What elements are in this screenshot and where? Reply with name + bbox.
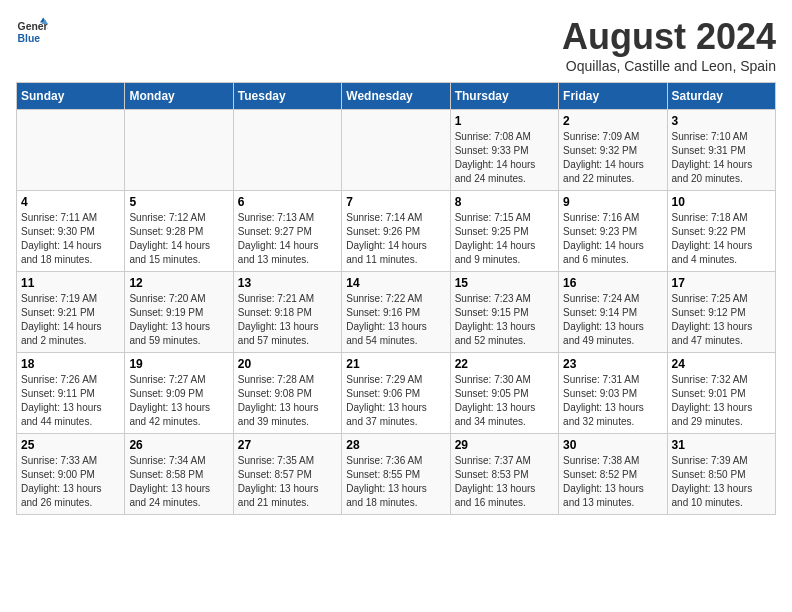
- day-number: 15: [455, 276, 554, 290]
- day-number: 28: [346, 438, 445, 452]
- day-info: Sunrise: 7:22 AMSunset: 9:16 PMDaylight:…: [346, 292, 445, 348]
- day-info: Sunrise: 7:36 AMSunset: 8:55 PMDaylight:…: [346, 454, 445, 510]
- calendar-cell-4-4: 21Sunrise: 7:29 AMSunset: 9:06 PMDayligh…: [342, 353, 450, 434]
- day-info: Sunrise: 7:31 AMSunset: 9:03 PMDaylight:…: [563, 373, 662, 429]
- day-number: 5: [129, 195, 228, 209]
- calendar-cell-3-2: 12Sunrise: 7:20 AMSunset: 9:19 PMDayligh…: [125, 272, 233, 353]
- day-info: Sunrise: 7:29 AMSunset: 9:06 PMDaylight:…: [346, 373, 445, 429]
- day-number: 17: [672, 276, 771, 290]
- calendar-cell-2-5: 8Sunrise: 7:15 AMSunset: 9:25 PMDaylight…: [450, 191, 558, 272]
- calendar-cell-1-1: [17, 110, 125, 191]
- calendar-cell-4-3: 20Sunrise: 7:28 AMSunset: 9:08 PMDayligh…: [233, 353, 341, 434]
- day-number: 22: [455, 357, 554, 371]
- calendar-cell-2-1: 4Sunrise: 7:11 AMSunset: 9:30 PMDaylight…: [17, 191, 125, 272]
- calendar-cell-4-5: 22Sunrise: 7:30 AMSunset: 9:05 PMDayligh…: [450, 353, 558, 434]
- calendar-table: SundayMondayTuesdayWednesdayThursdayFrid…: [16, 82, 776, 515]
- day-number: 20: [238, 357, 337, 371]
- day-info: Sunrise: 7:12 AMSunset: 9:28 PMDaylight:…: [129, 211, 228, 267]
- day-number: 10: [672, 195, 771, 209]
- calendar-cell-4-1: 18Sunrise: 7:26 AMSunset: 9:11 PMDayligh…: [17, 353, 125, 434]
- day-number: 25: [21, 438, 120, 452]
- calendar-cell-2-3: 6Sunrise: 7:13 AMSunset: 9:27 PMDaylight…: [233, 191, 341, 272]
- day-info: Sunrise: 7:30 AMSunset: 9:05 PMDaylight:…: [455, 373, 554, 429]
- calendar-cell-4-6: 23Sunrise: 7:31 AMSunset: 9:03 PMDayligh…: [559, 353, 667, 434]
- day-number: 11: [21, 276, 120, 290]
- calendar-week-2: 4Sunrise: 7:11 AMSunset: 9:30 PMDaylight…: [17, 191, 776, 272]
- calendar-cell-1-4: [342, 110, 450, 191]
- day-number: 9: [563, 195, 662, 209]
- day-number: 31: [672, 438, 771, 452]
- day-info: Sunrise: 7:14 AMSunset: 9:26 PMDaylight:…: [346, 211, 445, 267]
- day-info: Sunrise: 7:34 AMSunset: 8:58 PMDaylight:…: [129, 454, 228, 510]
- day-info: Sunrise: 7:28 AMSunset: 9:08 PMDaylight:…: [238, 373, 337, 429]
- day-info: Sunrise: 7:32 AMSunset: 9:01 PMDaylight:…: [672, 373, 771, 429]
- day-number: 6: [238, 195, 337, 209]
- day-number: 26: [129, 438, 228, 452]
- weekday-header-monday: Monday: [125, 83, 233, 110]
- day-info: Sunrise: 7:21 AMSunset: 9:18 PMDaylight:…: [238, 292, 337, 348]
- day-info: Sunrise: 7:16 AMSunset: 9:23 PMDaylight:…: [563, 211, 662, 267]
- logo: General Blue: [16, 16, 48, 48]
- day-info: Sunrise: 7:11 AMSunset: 9:30 PMDaylight:…: [21, 211, 120, 267]
- day-number: 7: [346, 195, 445, 209]
- day-info: Sunrise: 7:19 AMSunset: 9:21 PMDaylight:…: [21, 292, 120, 348]
- day-number: 4: [21, 195, 120, 209]
- day-info: Sunrise: 7:15 AMSunset: 9:25 PMDaylight:…: [455, 211, 554, 267]
- day-number: 16: [563, 276, 662, 290]
- calendar-cell-2-6: 9Sunrise: 7:16 AMSunset: 9:23 PMDaylight…: [559, 191, 667, 272]
- day-number: 13: [238, 276, 337, 290]
- day-number: 1: [455, 114, 554, 128]
- calendar-cell-5-3: 27Sunrise: 7:35 AMSunset: 8:57 PMDayligh…: [233, 434, 341, 515]
- day-number: 23: [563, 357, 662, 371]
- day-info: Sunrise: 7:10 AMSunset: 9:31 PMDaylight:…: [672, 130, 771, 186]
- calendar-cell-5-6: 30Sunrise: 7:38 AMSunset: 8:52 PMDayligh…: [559, 434, 667, 515]
- calendar-cell-1-5: 1Sunrise: 7:08 AMSunset: 9:33 PMDaylight…: [450, 110, 558, 191]
- weekday-header-row: SundayMondayTuesdayWednesdayThursdayFrid…: [17, 83, 776, 110]
- calendar-cell-5-1: 25Sunrise: 7:33 AMSunset: 9:00 PMDayligh…: [17, 434, 125, 515]
- calendar-cell-3-6: 16Sunrise: 7:24 AMSunset: 9:14 PMDayligh…: [559, 272, 667, 353]
- day-number: 24: [672, 357, 771, 371]
- day-info: Sunrise: 7:13 AMSunset: 9:27 PMDaylight:…: [238, 211, 337, 267]
- weekday-header-sunday: Sunday: [17, 83, 125, 110]
- calendar-header: SundayMondayTuesdayWednesdayThursdayFrid…: [17, 83, 776, 110]
- logo-icon: General Blue: [16, 16, 48, 48]
- day-info: Sunrise: 7:39 AMSunset: 8:50 PMDaylight:…: [672, 454, 771, 510]
- svg-text:Blue: Blue: [18, 33, 41, 44]
- title-block: August 2024 Oquillas, Castille and Leon,…: [562, 16, 776, 74]
- weekday-header-saturday: Saturday: [667, 83, 775, 110]
- calendar-week-4: 18Sunrise: 7:26 AMSunset: 9:11 PMDayligh…: [17, 353, 776, 434]
- day-info: Sunrise: 7:33 AMSunset: 9:00 PMDaylight:…: [21, 454, 120, 510]
- calendar-cell-4-2: 19Sunrise: 7:27 AMSunset: 9:09 PMDayligh…: [125, 353, 233, 434]
- calendar-week-5: 25Sunrise: 7:33 AMSunset: 9:00 PMDayligh…: [17, 434, 776, 515]
- day-info: Sunrise: 7:24 AMSunset: 9:14 PMDaylight:…: [563, 292, 662, 348]
- day-number: 8: [455, 195, 554, 209]
- calendar-cell-3-1: 11Sunrise: 7:19 AMSunset: 9:21 PMDayligh…: [17, 272, 125, 353]
- day-info: Sunrise: 7:09 AMSunset: 9:32 PMDaylight:…: [563, 130, 662, 186]
- calendar-cell-1-2: [125, 110, 233, 191]
- weekday-header-friday: Friday: [559, 83, 667, 110]
- day-number: 27: [238, 438, 337, 452]
- calendar-cell-1-7: 3Sunrise: 7:10 AMSunset: 9:31 PMDaylight…: [667, 110, 775, 191]
- day-number: 12: [129, 276, 228, 290]
- weekday-header-wednesday: Wednesday: [342, 83, 450, 110]
- month-year-title: August 2024: [562, 16, 776, 58]
- day-number: 19: [129, 357, 228, 371]
- calendar-cell-3-5: 15Sunrise: 7:23 AMSunset: 9:15 PMDayligh…: [450, 272, 558, 353]
- calendar-cell-5-4: 28Sunrise: 7:36 AMSunset: 8:55 PMDayligh…: [342, 434, 450, 515]
- day-info: Sunrise: 7:37 AMSunset: 8:53 PMDaylight:…: [455, 454, 554, 510]
- calendar-cell-5-2: 26Sunrise: 7:34 AMSunset: 8:58 PMDayligh…: [125, 434, 233, 515]
- calendar-week-3: 11Sunrise: 7:19 AMSunset: 9:21 PMDayligh…: [17, 272, 776, 353]
- day-number: 2: [563, 114, 662, 128]
- day-info: Sunrise: 7:27 AMSunset: 9:09 PMDaylight:…: [129, 373, 228, 429]
- day-info: Sunrise: 7:38 AMSunset: 8:52 PMDaylight:…: [563, 454, 662, 510]
- calendar-cell-5-5: 29Sunrise: 7:37 AMSunset: 8:53 PMDayligh…: [450, 434, 558, 515]
- calendar-cell-2-7: 10Sunrise: 7:18 AMSunset: 9:22 PMDayligh…: [667, 191, 775, 272]
- weekday-header-thursday: Thursday: [450, 83, 558, 110]
- calendar-week-1: 1Sunrise: 7:08 AMSunset: 9:33 PMDaylight…: [17, 110, 776, 191]
- day-info: Sunrise: 7:18 AMSunset: 9:22 PMDaylight:…: [672, 211, 771, 267]
- calendar-cell-5-7: 31Sunrise: 7:39 AMSunset: 8:50 PMDayligh…: [667, 434, 775, 515]
- day-number: 21: [346, 357, 445, 371]
- calendar-cell-2-4: 7Sunrise: 7:14 AMSunset: 9:26 PMDaylight…: [342, 191, 450, 272]
- day-info: Sunrise: 7:35 AMSunset: 8:57 PMDaylight:…: [238, 454, 337, 510]
- weekday-header-tuesday: Tuesday: [233, 83, 341, 110]
